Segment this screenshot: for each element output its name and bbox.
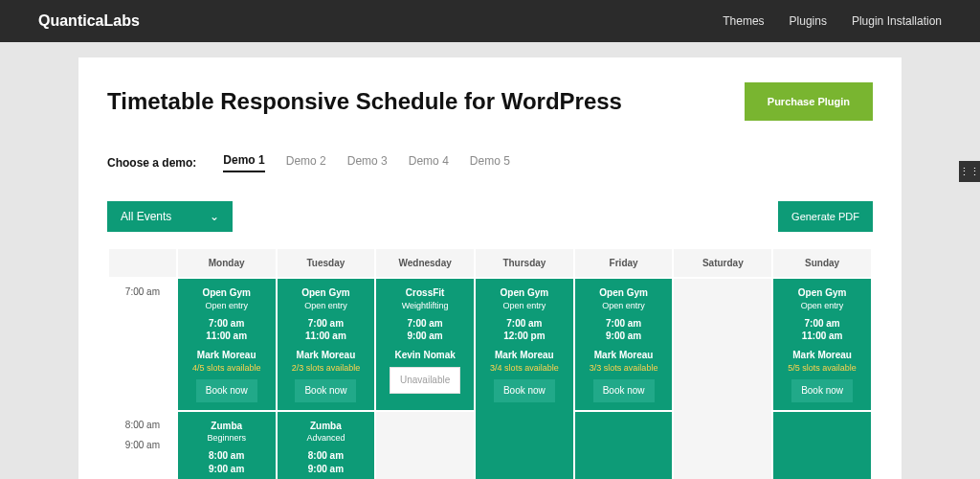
header-saturday: Saturday: [673, 248, 772, 278]
header-friday: Friday: [574, 248, 674, 278]
event-sun-rest: [772, 411, 872, 479]
side-settings-icon[interactable]: ⋮⋮: [959, 161, 980, 182]
event-thu-7[interactable]: Open Gym Open entry 7:00 am 12:00 pm Mar…: [475, 278, 574, 479]
time-8am: 8:00 am: [108, 411, 177, 431]
demo-tab-4[interactable]: Demo 4: [409, 154, 449, 171]
event-fri-7[interactable]: Open Gym Open entry 7:00 am 9:00 am Mark…: [574, 278, 674, 411]
demo-tab-2[interactable]: Demo 2: [286, 154, 326, 171]
page-title: Timetable Responsive Schedule for WordPr…: [107, 88, 622, 115]
demo-tab-5[interactable]: Demo 5: [470, 154, 510, 171]
nav-themes[interactable]: Themes: [723, 14, 764, 28]
event-tue-7[interactable]: Open Gym Open entry 7:00 am 11:00 am Mar…: [277, 278, 376, 411]
demo-tab-1[interactable]: Demo 1: [223, 153, 264, 172]
events-filter-dropdown[interactable]: All Events: [107, 201, 233, 232]
unavailable-label: Unavailable: [390, 367, 460, 394]
generate-pdf-button[interactable]: Generate PDF: [778, 201, 873, 232]
purchase-plugin-button[interactable]: Purchase Plugin: [745, 82, 873, 121]
timetable: Monday Tuesday Wednesday Thursday Friday…: [107, 247, 873, 479]
header-thursday: Thursday: [475, 248, 574, 278]
brand-logo[interactable]: QuanticaLabs: [38, 12, 140, 30]
book-button[interactable]: Book now: [593, 379, 655, 402]
nav-plugin-installation[interactable]: Plugin Installation: [852, 14, 942, 28]
page-content: Timetable Responsive Schedule for WordPr…: [78, 57, 902, 479]
book-button[interactable]: Book now: [791, 379, 853, 402]
demo-tab-3[interactable]: Demo 3: [347, 154, 388, 171]
header-sunday: Sunday: [772, 248, 872, 278]
event-sun-7[interactable]: Open Gym Open entry 7:00 am 11:00 am Mar…: [772, 278, 872, 411]
top-bar: QuanticaLabs Themes Plugins Plugin Insta…: [0, 0, 980, 42]
header-monday: Monday: [177, 248, 277, 278]
demo-label: Choose a demo:: [107, 156, 196, 170]
time-7am: 7:00 am: [108, 278, 177, 411]
book-button[interactable]: Book now: [196, 379, 257, 402]
nav-plugins[interactable]: Plugins: [790, 14, 827, 28]
header-tuesday: Tuesday: [277, 248, 376, 278]
event-tue-8[interactable]: Zumba Advanced 8:00 am 9:00 am Emma Brow…: [277, 411, 376, 479]
book-button[interactable]: Book now: [295, 379, 356, 402]
demo-selector: Choose a demo: Demo 1 Demo 2 Demo 3 Demo…: [107, 153, 873, 172]
time-9am: 9:00 am: [108, 431, 177, 479]
events-filter-label: All Events: [121, 210, 171, 223]
event-mon-8[interactable]: Zumba Beginners 8:00 am 9:00 am Emma Bro…: [177, 411, 277, 479]
header-wednesday: Wednesday: [375, 248, 475, 278]
nav-links: Themes Plugins Plugin Installation: [723, 14, 942, 28]
blank-wed: [375, 411, 475, 479]
event-mon-7[interactable]: Open Gym Open entry 7:00 am 11:00 am Mar…: [177, 278, 277, 411]
header-blank: [108, 248, 177, 278]
book-button[interactable]: Book now: [494, 379, 555, 402]
event-wed-7[interactable]: CrossFit Weightlifting 7:00 am 9:00 am K…: [375, 278, 475, 411]
blank-sat: [673, 278, 772, 479]
event-fri-rest: [574, 411, 674, 479]
